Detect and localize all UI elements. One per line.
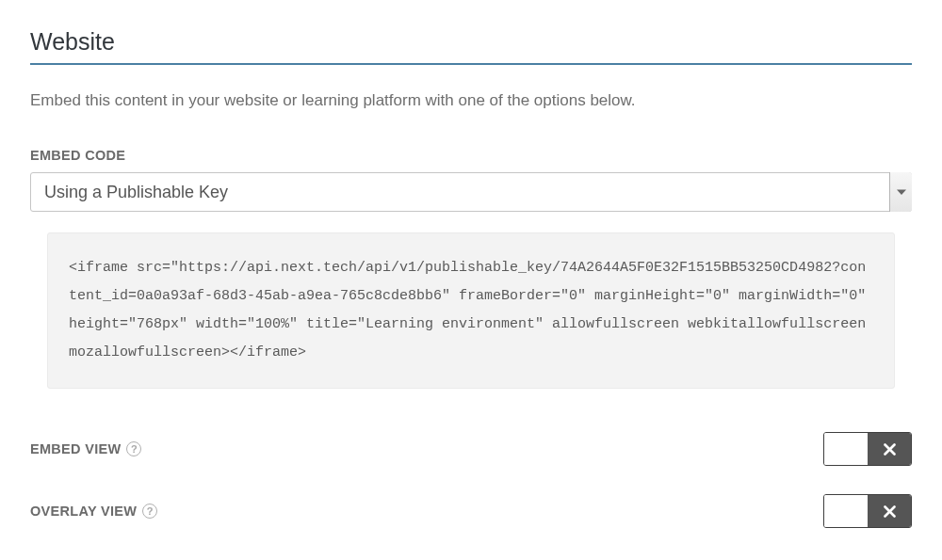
overlay-view-toggle-off[interactable] [824,495,868,527]
embed-view-label-text: EMBED VIEW [30,441,121,456]
close-icon [884,443,896,456]
overlay-view-label-text: OVERLAY VIEW [30,504,137,519]
help-icon[interactable]: ? [142,504,157,519]
embed-view-toggle-on[interactable] [868,433,911,465]
embed-view-toggle-off[interactable] [824,433,868,465]
overlay-view-row: OVERLAY VIEW ? [30,494,912,528]
embed-view-label: EMBED VIEW ? [30,441,141,456]
embed-code-label: EMBED CODE [30,148,912,163]
embed-view-row: EMBED VIEW ? [30,432,912,466]
close-icon [884,505,896,518]
overlay-view-label: OVERLAY VIEW ? [30,504,157,519]
overlay-view-toggle-on[interactable] [868,495,911,527]
overlay-view-toggle[interactable] [823,494,912,528]
help-icon[interactable]: ? [126,441,141,456]
section-title: Website [30,28,912,65]
embed-code-select[interactable]: Using a Publishable Key [30,172,912,212]
embed-code-select-wrapper: Using a Publishable Key [30,172,912,212]
section-description: Embed this content in your website or le… [30,91,912,110]
embed-view-toggle[interactable] [823,432,912,466]
embed-code-snippet[interactable]: <iframe src="https://api.next.tech/api/v… [47,232,895,389]
